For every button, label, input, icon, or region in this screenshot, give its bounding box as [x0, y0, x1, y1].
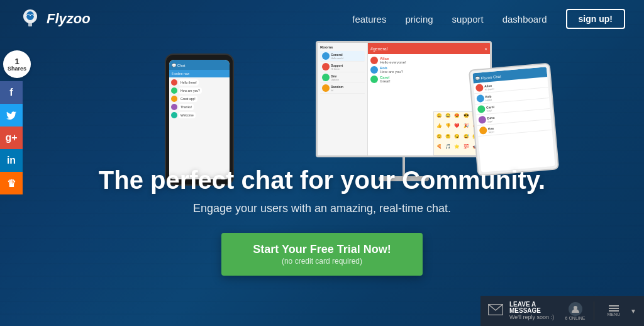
- user-icon: [569, 302, 582, 316]
- live-chat-widget: LEAVE A MESSAGE We'll reply soon :) 6 ON…: [480, 296, 644, 326]
- nav-support[interactable]: support: [452, 14, 484, 25]
- hero-section: Flyzoo features pricing support dashboar…: [0, 0, 644, 326]
- tablet-mockup: 💬 Flyzoo Chat AliceHi there! BobHello! C…: [469, 63, 559, 177]
- googleplus-share-button[interactable]: g+: [0, 126, 23, 149]
- online-count-label: 6 ONLINE: [565, 316, 586, 320]
- nav-dashboard[interactable]: dashboard: [502, 14, 547, 25]
- nav-links: features pricing support dashboard sign …: [352, 9, 625, 29]
- svg-rect-1: [28, 23, 32, 26]
- cta-button[interactable]: Start Your Free Trial Now! (no credit ca…: [221, 233, 422, 276]
- cta-sub-label: (no credit card required): [253, 257, 391, 266]
- nav-features[interactable]: features: [352, 14, 386, 25]
- widget-reply-text: We'll reply soon :): [509, 314, 559, 320]
- widget-online-count: 6 ONLINE: [565, 302, 586, 320]
- envelope-icon: [488, 304, 503, 318]
- share-count: 1 Shares: [3, 50, 31, 78]
- share-label: Shares: [8, 65, 26, 72]
- widget-text: LEAVE A MESSAGE We'll reply soon :): [509, 301, 559, 320]
- hero-content: The perfect chat for your Community. Eng…: [0, 166, 644, 276]
- hero-subtitle: Engage your users with an amazing, real-…: [38, 202, 606, 215]
- signup-button[interactable]: sign up!: [566, 9, 625, 29]
- logo-text: Flyzoo: [47, 11, 91, 27]
- navbar: Flyzoo features pricing support dashboar…: [0, 0, 644, 38]
- widget-leave-message: LEAVE A MESSAGE: [509, 301, 559, 314]
- twitter-share-button[interactable]: [0, 104, 23, 126]
- menu-label: MENU: [607, 312, 620, 317]
- hero-title: The perfect chat for your Community.: [38, 166, 606, 194]
- balloon-icon: [19, 8, 42, 30]
- nav-pricing[interactable]: pricing: [405, 14, 433, 25]
- logo[interactable]: Flyzoo: [19, 8, 91, 30]
- facebook-share-button[interactable]: f: [0, 81, 23, 104]
- share-number: 1: [14, 57, 19, 65]
- chevron-down-icon[interactable]: ▼: [630, 308, 636, 315]
- cta-label: Start Your Free Trial Now!: [253, 243, 391, 256]
- hamburger-icon: [609, 305, 619, 312]
- widget-menu[interactable]: MENU: [607, 305, 620, 317]
